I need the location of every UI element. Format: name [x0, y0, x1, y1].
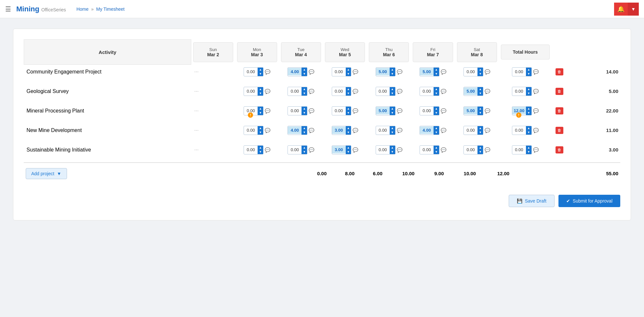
spin-down-3-4[interactable]: ▼ [434, 130, 439, 135]
hour-input-0-3[interactable] [376, 68, 390, 75]
spin-down-2-4[interactable]: ▼ [434, 111, 439, 115]
spin-down-2-5[interactable]: ▼ [477, 111, 483, 115]
spin-down-0-3[interactable]: ▼ [390, 72, 395, 76]
spin-down-1-5[interactable]: ▼ [477, 91, 483, 96]
comment-icon-1-1[interactable]: 💬 [309, 89, 314, 94]
comment-icon-1-2[interactable]: 💬 [353, 89, 358, 94]
spin-up-1-1[interactable]: ▲ [302, 87, 307, 91]
spin-up-4-6[interactable]: ▲ [526, 146, 531, 150]
spin-up-1-4[interactable]: ▲ [434, 87, 439, 91]
comment-icon-3-1[interactable]: 💬 [309, 128, 314, 133]
hour-input-4-2[interactable] [332, 146, 346, 153]
spin-down-1-6[interactable]: ▼ [526, 91, 531, 96]
row-options-button-2[interactable]: ··· [193, 108, 200, 114]
spin-up-1-3[interactable]: ▲ [390, 87, 395, 91]
spin-down-4-5[interactable]: ▼ [477, 150, 483, 154]
spin-down-0-6[interactable]: ▼ [526, 72, 531, 76]
notification-button[interactable]: 🔔 [614, 3, 628, 16]
hour-input-2-1[interactable] [288, 107, 302, 114]
spin-down-2-2[interactable]: ▼ [346, 111, 351, 115]
spin-down-3-6[interactable]: ▼ [526, 130, 531, 135]
row-options-button-4[interactable]: ··· [193, 147, 200, 153]
spin-up-0-6[interactable]: ▲ [526, 68, 531, 72]
hour-input-1-5[interactable] [464, 87, 477, 95]
hour-input-4-1[interactable] [288, 146, 302, 153]
comment-icon-0-2[interactable]: 💬 [353, 69, 358, 74]
comment-icon-2-0[interactable]: 💬 [265, 108, 270, 113]
comment-icon-0-1[interactable]: 💬 [309, 69, 314, 74]
comment-icon-3-2[interactable]: 💬 [353, 128, 358, 133]
row-options-button-1[interactable]: ··· [193, 88, 200, 94]
hour-input-3-3[interactable] [376, 126, 390, 134]
breadcrumb-current[interactable]: My Timesheet [96, 7, 125, 12]
spin-up-1-0[interactable]: ▲ [258, 87, 263, 91]
spin-down-3-3[interactable]: ▼ [390, 130, 395, 135]
spin-up-3-1[interactable]: ▲ [302, 126, 307, 130]
spin-down-0-2[interactable]: ▼ [346, 72, 351, 76]
row-options-button-0[interactable]: ··· [193, 69, 200, 75]
breadcrumb-home[interactable]: Home [76, 7, 88, 12]
spin-down-0-1[interactable]: ▼ [302, 72, 307, 76]
spin-up-0-0[interactable]: ▲ [258, 68, 263, 72]
spin-up-4-2[interactable]: ▲ [346, 146, 351, 150]
comment-icon-4-2[interactable]: 💬 [353, 147, 358, 152]
spin-up-0-1[interactable]: ▲ [302, 68, 307, 72]
spin-down-4-2[interactable]: ▼ [346, 150, 351, 154]
comment-icon-4-3[interactable]: 💬 [397, 147, 402, 152]
hour-input-1-6[interactable] [512, 87, 526, 95]
spin-down-1-3[interactable]: ▼ [390, 91, 395, 96]
comment-icon-3-6[interactable]: 💬 [533, 128, 539, 133]
menu-icon[interactable]: ☰ [5, 5, 11, 13]
delete-row-button-0[interactable]: 🗑 [556, 68, 563, 75]
hour-input-3-0[interactable] [244, 126, 258, 134]
spin-up-3-4[interactable]: ▲ [434, 126, 439, 130]
spin-down-2-1[interactable]: ▼ [302, 111, 307, 115]
comment-icon-3-4[interactable]: 💬 [441, 128, 446, 133]
hour-input-3-5[interactable] [464, 126, 477, 134]
hour-input-2-2[interactable] [332, 107, 346, 114]
hour-input-1-4[interactable] [420, 87, 434, 95]
comment-icon-1-4[interactable]: 💬 [441, 89, 446, 94]
comment-icon-3-5[interactable]: 💬 [485, 128, 490, 133]
hour-input-3-1[interactable] [288, 126, 302, 134]
spin-up-2-5[interactable]: ▲ [477, 107, 483, 111]
spin-up-3-3[interactable]: ▲ [390, 126, 395, 130]
spin-up-0-5[interactable]: ▲ [477, 68, 483, 72]
hour-input-1-1[interactable] [288, 87, 302, 95]
comment-icon-0-6[interactable]: 💬 [533, 69, 539, 74]
comment-icon-2-1[interactable]: 💬 [309, 108, 314, 113]
spin-up-2-6[interactable]: ▲ [526, 107, 531, 111]
hour-input-4-5[interactable] [464, 146, 477, 153]
spin-down-0-0[interactable]: ▼ [258, 72, 263, 76]
spin-down-1-0[interactable]: ▼ [258, 91, 263, 96]
spin-down-2-0[interactable]: ▼ [258, 111, 263, 115]
hour-input-0-0[interactable] [244, 68, 258, 75]
comment-icon-3-0[interactable]: 💬 [265, 128, 270, 133]
comment-icon-0-0[interactable]: 💬 [265, 69, 270, 74]
comment-icon-2-6[interactable]: 💬 [533, 108, 539, 113]
hour-input-0-5[interactable] [464, 68, 477, 75]
spin-down-3-0[interactable]: ▼ [258, 130, 263, 135]
spin-up-1-6[interactable]: ▲ [526, 87, 531, 91]
spin-down-3-5[interactable]: ▼ [477, 130, 483, 135]
hour-input-0-1[interactable] [288, 68, 302, 75]
spin-down-3-1[interactable]: ▼ [302, 130, 307, 135]
comment-icon-4-0[interactable]: 💬 [265, 147, 270, 152]
spin-down-0-5[interactable]: ▼ [477, 72, 483, 76]
hour-input-2-5[interactable] [464, 107, 477, 114]
comment-icon-2-4[interactable]: 💬 [441, 108, 446, 113]
spin-up-3-0[interactable]: ▲ [258, 126, 263, 130]
delete-row-button-3[interactable]: 🗑 [556, 127, 563, 134]
hour-input-1-3[interactable] [376, 87, 390, 95]
comment-icon-4-6[interactable]: 💬 [533, 147, 539, 152]
spin-down-4-0[interactable]: ▼ [258, 150, 263, 154]
spin-down-1-4[interactable]: ▼ [434, 91, 439, 96]
comment-icon-4-4[interactable]: 💬 [441, 147, 446, 152]
hour-input-2-4[interactable] [420, 107, 434, 114]
comment-icon-0-5[interactable]: 💬 [485, 69, 490, 74]
hour-input-4-6[interactable] [512, 146, 526, 153]
spin-down-3-2[interactable]: ▼ [346, 130, 351, 135]
row-options-button-3[interactable]: ··· [193, 127, 200, 133]
spin-down-0-4[interactable]: ▼ [434, 72, 439, 76]
spin-up-2-0[interactable]: ▲ [258, 107, 263, 111]
